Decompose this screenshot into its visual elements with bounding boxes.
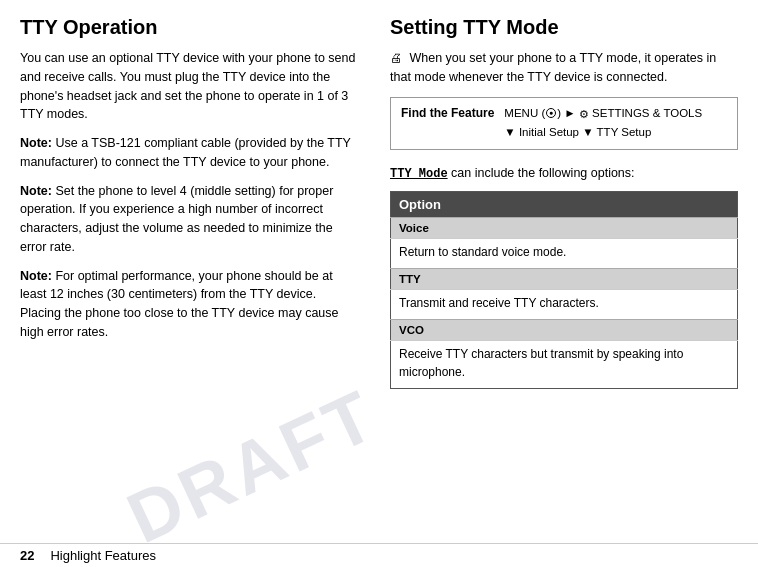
tty-mode-suffix: can include the following options:: [448, 166, 635, 180]
note-3-text: For optimal performance, your phone shou…: [20, 269, 338, 339]
option-voice-label: Voice: [391, 217, 738, 238]
left-section-title: TTY Operation: [20, 16, 360, 39]
table-row-voice-desc: Return to standard voice mode.: [391, 238, 738, 268]
note-3: Note: For optimal performance, your phon…: [20, 267, 360, 342]
find-feature-label: Find the Feature: [401, 104, 494, 123]
page-number: 22: [20, 548, 34, 563]
note-1: Note: Use a TSB-121 compliant cable (pro…: [20, 134, 360, 172]
table-row-vco-name: VCO: [391, 320, 738, 341]
note-3-label: Note:: [20, 269, 52, 283]
menu-dot: ●: [546, 108, 556, 118]
right-column: Setting TTY Mode 🖨 When you set your pho…: [390, 16, 738, 533]
option-tty-label: TTY: [391, 268, 738, 289]
content-area: TTY Operation You can use an optional TT…: [0, 0, 758, 543]
table-row-vco-desc: Receive TTY characters but transmit by s…: [391, 341, 738, 389]
table-row-voice-name: Voice: [391, 217, 738, 238]
table-row-tty-desc: Transmit and receive TTY characters.: [391, 289, 738, 319]
right-intro-text: When you set your phone to a TTY mode, i…: [390, 51, 716, 84]
find-feature-line1: MENU (●) ► ⚙ SETTINGS & TOOLS: [504, 104, 702, 124]
option-voice-desc: Return to standard voice mode.: [391, 238, 738, 268]
note-1-text: Use a TSB-121 compliant cable (provided …: [20, 136, 351, 169]
note-icon: 🖨: [390, 51, 402, 65]
tty-mode-intro: TTY Mode can include the following optio…: [390, 164, 738, 183]
note-1-label: Note:: [20, 136, 52, 150]
right-intro: 🖨 When you set your phone to a TTY mode,…: [390, 49, 738, 87]
note-2: Note: Set the phone to level 4 (middle s…: [20, 182, 360, 257]
left-column: TTY Operation You can use an optional TT…: [20, 16, 360, 533]
find-feature-label-text: Find the Feature: [401, 106, 494, 120]
gear-icon: ⚙: [579, 107, 589, 119]
option-vco-desc: Receive TTY characters but transmit by s…: [391, 341, 738, 389]
options-table: Option Voice Return to standard voice mo…: [390, 191, 738, 390]
footer-bar: 22 Highlight Features: [0, 543, 758, 567]
table-row-tty-name: TTY: [391, 268, 738, 289]
footer-label: Highlight Features: [50, 548, 156, 563]
note-2-text: Set the phone to level 4 (middle setting…: [20, 184, 333, 254]
find-feature-content: MENU (●) ► ⚙ SETTINGS & TOOLS ▼ Initial …: [504, 104, 702, 143]
option-vco-label: VCO: [391, 320, 738, 341]
page-container: TTY Operation You can use an optional TT…: [0, 0, 758, 567]
right-section-title: Setting TTY Mode: [390, 16, 738, 39]
find-feature-line2: ▼ Initial Setup ▼ TTY Setup: [504, 123, 702, 143]
find-feature-box: Find the Feature MENU (●) ► ⚙ SETTINGS &…: [390, 97, 738, 150]
tty-mode-code: TTY Mode: [390, 167, 448, 181]
left-intro: You can use an optional TTY device with …: [20, 49, 360, 124]
note-2-label: Note:: [20, 184, 52, 198]
option-tty-desc: Transmit and receive TTY characters.: [391, 289, 738, 319]
table-header: Option: [391, 191, 738, 217]
